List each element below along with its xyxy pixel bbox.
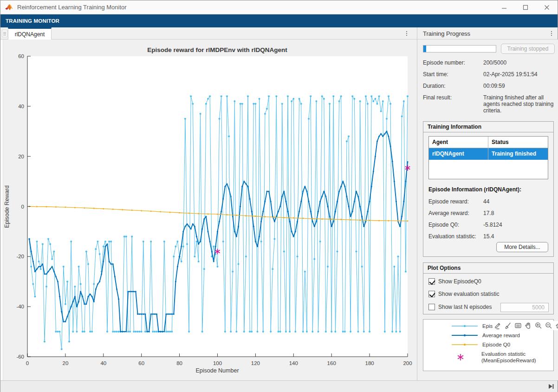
- start-time-label: Start time:: [423, 71, 483, 78]
- episode-reward-value: 44: [483, 198, 489, 205]
- start-time-row: Start time: 02-Apr-2025 19:51:54: [423, 71, 555, 78]
- final-result-value: Training finished after all agents reach…: [483, 94, 554, 114]
- training-stopped-button[interactable]: Training stopped: [501, 44, 555, 54]
- checkbox-label: Show last N episodes: [438, 304, 492, 310]
- brush-button[interactable]: [503, 321, 513, 330]
- svg-text:120: 120: [251, 360, 260, 366]
- episode-reward-label: Episode reward:: [428, 198, 483, 205]
- duration-label: Duration:: [423, 83, 483, 89]
- checkbox-show-episodeq0[interactable]: Show EpisodeQ0: [428, 278, 481, 285]
- zoom-in-button[interactable]: [533, 321, 544, 330]
- legend-entry-evaluation-statistic[interactable]: Evaluation statistic (MeanEpisodeReward): [456, 351, 536, 364]
- episode-q0-swatch-icon: [451, 341, 479, 348]
- bottom-scrollbar-strip[interactable]: [0, 380, 558, 392]
- close-button[interactable]: [536, 0, 558, 14]
- pan-button[interactable]: [523, 321, 533, 330]
- svg-text:140: 140: [289, 360, 298, 366]
- progress-fill: [423, 46, 426, 52]
- evaluation-statistic-asterisk-icon: [456, 353, 465, 362]
- final-result-row: Final result: Training finished after al…: [423, 94, 555, 114]
- window-titlebar: Reinforcement Learning Training Monitor: [0, 0, 558, 14]
- maximize-icon: [523, 5, 528, 10]
- restore-view-button[interactable]: [554, 321, 558, 330]
- export-icon: [493, 321, 502, 330]
- svg-text:80: 80: [176, 360, 182, 366]
- chart-title: Episode reward for rlMDPEnv with rlDQNAg…: [147, 46, 287, 53]
- plot-options-panel: Plot Options Show EpisodeQ0 Show evaluat…: [423, 262, 554, 314]
- svg-text:40: 40: [18, 104, 24, 109]
- tab-drag-handle-icon[interactable]: [2, 30, 7, 37]
- episode-q0-value: -5.8124: [483, 222, 502, 228]
- checkbox-show-evaluation-statistic[interactable]: Show evaluation statistic: [428, 291, 499, 297]
- checkbox-label: Show evaluation statistic: [438, 291, 499, 297]
- training-progress-panel: Training stopped Episode number: 200/500…: [417, 39, 558, 380]
- zoom-out-icon: [545, 321, 553, 330]
- start-time-value: 02-Apr-2025 19:51:54: [483, 71, 554, 78]
- table-header-agent[interactable]: Agent: [429, 137, 488, 148]
- evaluation-statistic-label: Evaluation statistic:: [428, 233, 483, 240]
- x-axis-label: Episode Number: [195, 367, 239, 374]
- checkbox-icon[interactable]: [428, 291, 435, 297]
- svg-text:-60: -60: [16, 354, 24, 359]
- axes-toolbar: [493, 321, 558, 330]
- svg-text:200: 200: [403, 360, 412, 366]
- svg-text:40: 40: [100, 360, 106, 366]
- panel-title: Training Progress: [423, 27, 470, 39]
- svg-text:0: 0: [26, 360, 29, 366]
- matlab-logo-icon: [5, 4, 13, 11]
- export-button[interactable]: [493, 321, 503, 330]
- legend-entry-episode-q0[interactable]: Episode Q0: [451, 341, 510, 348]
- brush-icon: [504, 321, 512, 330]
- checkbox-show-last-n-episodes[interactable]: Show last N episodes: [428, 304, 492, 310]
- tab-strip: rlDQNAgent Training Progress: [0, 27, 558, 39]
- agents-table-header: Agent Status: [429, 137, 548, 148]
- minimize-button[interactable]: [493, 0, 515, 14]
- chart-area: Episode reward for rlMDPEnv with rlDQNAg…: [0, 39, 417, 380]
- episode-q0-label: Episode Q0:: [428, 222, 483, 228]
- svg-text:60: 60: [18, 53, 24, 59]
- legend-entry-average-reward[interactable]: Average reward: [451, 332, 520, 339]
- episode-reward-swatch-icon: [451, 323, 479, 329]
- episode-reward-row: Episode reward: 44: [428, 198, 549, 205]
- n-episodes-input[interactable]: [500, 303, 549, 312]
- agent-table-row[interactable]: rlDQNAgent Training finished: [429, 148, 548, 160]
- episode-q0-row: Episode Q0: -5.8124: [428, 222, 549, 228]
- zoom-in-icon: [534, 321, 543, 330]
- evaluation-statistic-value: 15.4: [483, 233, 494, 240]
- final-result-label: Final result:: [423, 94, 483, 114]
- average-reward-label: Average reward:: [428, 210, 483, 216]
- close-icon: [544, 5, 550, 10]
- datatips-button[interactable]: [513, 321, 523, 330]
- agent-status-cell: Training finished: [488, 148, 548, 160]
- expand-right-icon[interactable]: [547, 383, 555, 390]
- svg-text:100: 100: [213, 360, 222, 366]
- legend-label: Episode Q0: [482, 342, 510, 347]
- ribbon-tab-training-monitor[interactable]: TRAINING MONITOR: [0, 14, 65, 27]
- svg-text:0: 0: [21, 204, 24, 209]
- tab-overflow-menu-button[interactable]: [402, 29, 411, 38]
- episode-number-label: Episode number:: [423, 59, 483, 66]
- reward-plot[interactable]: Episode reward for rlMDPEnv with rlDQNAg…: [0, 39, 417, 380]
- average-reward-swatch-icon: [451, 332, 479, 339]
- checkbox-label: Show EpisodeQ0: [438, 278, 481, 285]
- checkbox-icon[interactable]: [428, 278, 435, 285]
- legend-label: Evaluation statistic (MeanEpisodeReward): [481, 351, 536, 364]
- maximize-button[interactable]: [515, 0, 536, 14]
- tab-rldqnagent[interactable]: rlDQNAgent: [8, 27, 52, 39]
- training-information-panel: Training Information Agent Status rlDQNA…: [423, 121, 554, 257]
- average-reward-row: Average reward: 17.8: [428, 210, 549, 216]
- zoom-out-button[interactable]: [544, 321, 554, 330]
- plot-options-title: Plot Options: [423, 263, 553, 274]
- duration-row: Duration: 00:09:59: [423, 83, 555, 89]
- evaluation-statistic-row: Evaluation statistic: 15.4: [428, 233, 549, 240]
- panel-menu-button[interactable]: [547, 29, 556, 38]
- episode-number-value: 200/5000: [483, 59, 554, 66]
- datatips-icon: [514, 321, 522, 330]
- window-title: Reinforcement Learning Training Monitor: [17, 4, 127, 11]
- svg-text:-20: -20: [16, 254, 24, 259]
- table-header-status[interactable]: Status: [488, 137, 548, 148]
- ribbon: TRAINING MONITOR: [0, 14, 558, 27]
- duration-value: 00:09:59: [483, 83, 554, 89]
- more-details-button[interactable]: More Details...: [496, 242, 548, 252]
- checkbox-icon[interactable]: [428, 304, 435, 310]
